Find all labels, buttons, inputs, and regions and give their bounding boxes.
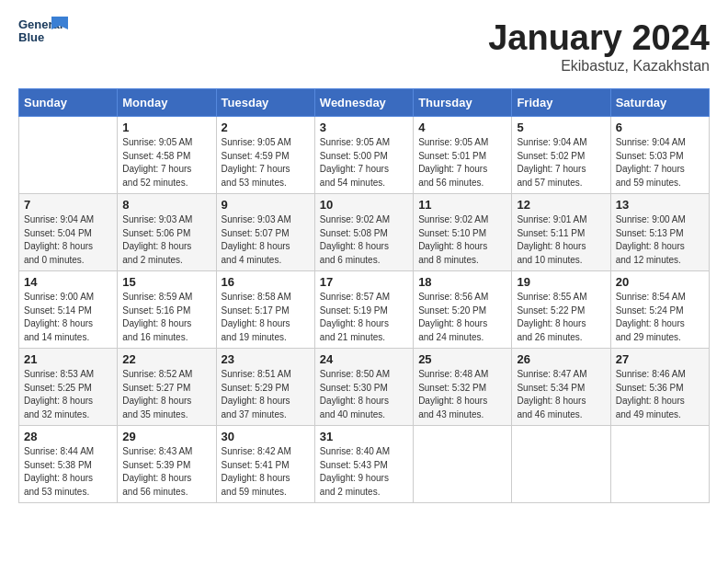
weekday-header: Sunday bbox=[19, 89, 118, 117]
day-info: Sunrise: 8:56 AMSunset: 5:20 PMDaylight:… bbox=[418, 291, 506, 344]
day-info: Sunrise: 8:55 AMSunset: 5:22 PMDaylight:… bbox=[517, 291, 605, 344]
day-number: 16 bbox=[222, 275, 310, 289]
calendar-cell: 24Sunrise: 8:50 AMSunset: 5:30 PMDayligh… bbox=[314, 349, 413, 426]
calendar-week-row: 1Sunrise: 9:05 AMSunset: 4:58 PMDaylight… bbox=[19, 117, 710, 194]
day-number: 30 bbox=[222, 430, 310, 443]
calendar-cell: 26Sunrise: 8:47 AMSunset: 5:34 PMDayligh… bbox=[512, 349, 610, 426]
day-number: 26 bbox=[517, 352, 605, 366]
calendar-cell: 29Sunrise: 8:43 AMSunset: 5:39 PMDayligh… bbox=[118, 426, 216, 503]
day-info: Sunrise: 8:47 AMSunset: 5:34 PMDaylight:… bbox=[517, 368, 605, 421]
weekday-header: Wednesday bbox=[314, 89, 413, 117]
weekday-header: Monday bbox=[118, 89, 216, 117]
day-number: 14 bbox=[24, 275, 112, 289]
svg-marker-0 bbox=[51, 17, 68, 29]
calendar-header-row: SundayMondayTuesdayWednesdayThursdayFrid… bbox=[19, 89, 710, 117]
calendar-cell bbox=[19, 117, 118, 194]
calendar-cell: 12Sunrise: 9:01 AMSunset: 5:11 PMDayligh… bbox=[512, 194, 610, 271]
day-number: 15 bbox=[122, 275, 210, 289]
day-info: Sunrise: 8:53 AMSunset: 5:25 PMDaylight:… bbox=[24, 368, 112, 421]
calendar-cell: 11Sunrise: 9:02 AMSunset: 5:10 PMDayligh… bbox=[414, 194, 512, 271]
calendar-cell: 13Sunrise: 9:00 AMSunset: 5:13 PMDayligh… bbox=[610, 194, 709, 271]
title-section: January 2024 Ekibastuz, Kazakhstan bbox=[488, 18, 710, 75]
day-info: Sunrise: 8:44 AMSunset: 5:38 PMDaylight:… bbox=[24, 445, 112, 499]
logo-graphic: General Blue bbox=[18, 18, 57, 57]
location-subtitle: Ekibastuz, Kazakhstan bbox=[488, 58, 710, 75]
calendar-cell: 1Sunrise: 9:05 AMSunset: 4:58 PMDaylight… bbox=[118, 117, 216, 194]
calendar-cell: 21Sunrise: 8:53 AMSunset: 5:25 PMDayligh… bbox=[19, 349, 118, 426]
calendar-cell: 10Sunrise: 9:02 AMSunset: 5:08 PMDayligh… bbox=[314, 194, 413, 271]
day-info: Sunrise: 8:40 AMSunset: 5:43 PMDaylight:… bbox=[320, 445, 408, 499]
day-number: 25 bbox=[418, 352, 506, 366]
calendar-cell bbox=[610, 426, 709, 503]
day-info: Sunrise: 9:01 AMSunset: 5:11 PMDaylight:… bbox=[517, 213, 605, 267]
day-number: 20 bbox=[616, 275, 704, 289]
day-info: Sunrise: 9:04 AMSunset: 5:04 PMDaylight:… bbox=[24, 213, 112, 267]
day-number: 23 bbox=[222, 352, 310, 366]
day-number: 4 bbox=[418, 121, 506, 134]
calendar-week-row: 21Sunrise: 8:53 AMSunset: 5:25 PMDayligh… bbox=[19, 349, 710, 426]
day-number: 29 bbox=[122, 430, 210, 443]
day-number: 19 bbox=[517, 275, 605, 289]
day-number: 28 bbox=[24, 430, 112, 443]
day-info: Sunrise: 8:52 AMSunset: 5:27 PMDaylight:… bbox=[122, 368, 210, 421]
calendar-cell: 3Sunrise: 9:05 AMSunset: 5:00 PMDaylight… bbox=[314, 117, 413, 194]
day-info: Sunrise: 8:58 AMSunset: 5:17 PMDaylight:… bbox=[222, 291, 310, 344]
day-number: 2 bbox=[222, 121, 310, 134]
day-number: 1 bbox=[122, 121, 210, 134]
calendar-cell: 14Sunrise: 9:00 AMSunset: 5:14 PMDayligh… bbox=[19, 271, 118, 349]
weekday-header: Tuesday bbox=[216, 89, 314, 117]
day-info: Sunrise: 8:54 AMSunset: 5:24 PMDaylight:… bbox=[616, 291, 704, 344]
day-info: Sunrise: 8:59 AMSunset: 5:16 PMDaylight:… bbox=[122, 291, 210, 344]
calendar-cell: 5Sunrise: 9:04 AMSunset: 5:02 PMDaylight… bbox=[512, 117, 610, 194]
calendar-cell: 16Sunrise: 8:58 AMSunset: 5:17 PMDayligh… bbox=[216, 271, 314, 349]
day-info: Sunrise: 9:04 AMSunset: 5:03 PMDaylight:… bbox=[616, 136, 704, 190]
day-number: 22 bbox=[122, 352, 210, 366]
day-number: 24 bbox=[320, 352, 408, 366]
calendar-cell: 27Sunrise: 8:46 AMSunset: 5:36 PMDayligh… bbox=[610, 349, 709, 426]
day-number: 12 bbox=[517, 198, 605, 212]
day-number: 13 bbox=[616, 198, 704, 212]
day-info: Sunrise: 9:05 AMSunset: 5:01 PMDaylight:… bbox=[418, 136, 506, 190]
calendar-cell: 4Sunrise: 9:05 AMSunset: 5:01 PMDaylight… bbox=[414, 117, 512, 194]
logo: General Blue bbox=[18, 18, 59, 57]
weekday-header: Thursday bbox=[414, 89, 512, 117]
day-info: Sunrise: 9:00 AMSunset: 5:14 PMDaylight:… bbox=[24, 291, 112, 344]
day-number: 5 bbox=[517, 121, 605, 134]
calendar-cell: 2Sunrise: 9:05 AMSunset: 4:59 PMDaylight… bbox=[216, 117, 314, 194]
logo-flag-icon bbox=[51, 17, 68, 37]
weekday-header: Saturday bbox=[610, 89, 709, 117]
calendar-week-row: 14Sunrise: 9:00 AMSunset: 5:14 PMDayligh… bbox=[19, 271, 710, 349]
day-number: 11 bbox=[418, 198, 506, 212]
day-info: Sunrise: 9:05 AMSunset: 4:58 PMDaylight:… bbox=[122, 136, 210, 190]
day-info: Sunrise: 9:02 AMSunset: 5:08 PMDaylight:… bbox=[320, 213, 408, 267]
day-number: 7 bbox=[24, 198, 112, 212]
day-number: 18 bbox=[418, 275, 506, 289]
day-info: Sunrise: 9:03 AMSunset: 5:06 PMDaylight:… bbox=[122, 213, 210, 267]
calendar-cell: 30Sunrise: 8:42 AMSunset: 5:41 PMDayligh… bbox=[216, 426, 314, 503]
day-info: Sunrise: 9:03 AMSunset: 5:07 PMDaylight:… bbox=[222, 213, 310, 267]
calendar-cell: 20Sunrise: 8:54 AMSunset: 5:24 PMDayligh… bbox=[610, 271, 709, 349]
calendar-cell: 6Sunrise: 9:04 AMSunset: 5:03 PMDaylight… bbox=[610, 117, 709, 194]
calendar-cell bbox=[512, 426, 610, 503]
weekday-header: Friday bbox=[512, 89, 610, 117]
day-info: Sunrise: 8:57 AMSunset: 5:19 PMDaylight:… bbox=[320, 291, 408, 344]
calendar-cell: 17Sunrise: 8:57 AMSunset: 5:19 PMDayligh… bbox=[314, 271, 413, 349]
calendar-cell: 7Sunrise: 9:04 AMSunset: 5:04 PMDaylight… bbox=[19, 194, 118, 271]
calendar-cell: 9Sunrise: 9:03 AMSunset: 5:07 PMDaylight… bbox=[216, 194, 314, 271]
day-info: Sunrise: 9:02 AMSunset: 5:10 PMDaylight:… bbox=[418, 213, 506, 267]
day-number: 31 bbox=[320, 430, 408, 443]
calendar-table: SundayMondayTuesdayWednesdayThursdayFrid… bbox=[18, 88, 710, 503]
calendar-cell: 18Sunrise: 8:56 AMSunset: 5:20 PMDayligh… bbox=[414, 271, 512, 349]
day-number: 10 bbox=[320, 198, 408, 212]
calendar-cell: 22Sunrise: 8:52 AMSunset: 5:27 PMDayligh… bbox=[118, 349, 216, 426]
calendar-week-row: 7Sunrise: 9:04 AMSunset: 5:04 PMDaylight… bbox=[19, 194, 710, 271]
day-number: 3 bbox=[320, 121, 408, 134]
month-title: January 2024 bbox=[488, 18, 710, 58]
calendar-cell: 19Sunrise: 8:55 AMSunset: 5:22 PMDayligh… bbox=[512, 271, 610, 349]
calendar-cell: 15Sunrise: 8:59 AMSunset: 5:16 PMDayligh… bbox=[118, 271, 216, 349]
day-number: 17 bbox=[320, 275, 408, 289]
day-info: Sunrise: 9:04 AMSunset: 5:02 PMDaylight:… bbox=[517, 136, 605, 190]
page-header: General Blue January 2024 Ekibastuz, Kaz… bbox=[18, 18, 710, 75]
day-info: Sunrise: 9:05 AMSunset: 5:00 PMDaylight:… bbox=[320, 136, 408, 190]
day-number: 8 bbox=[122, 198, 210, 212]
